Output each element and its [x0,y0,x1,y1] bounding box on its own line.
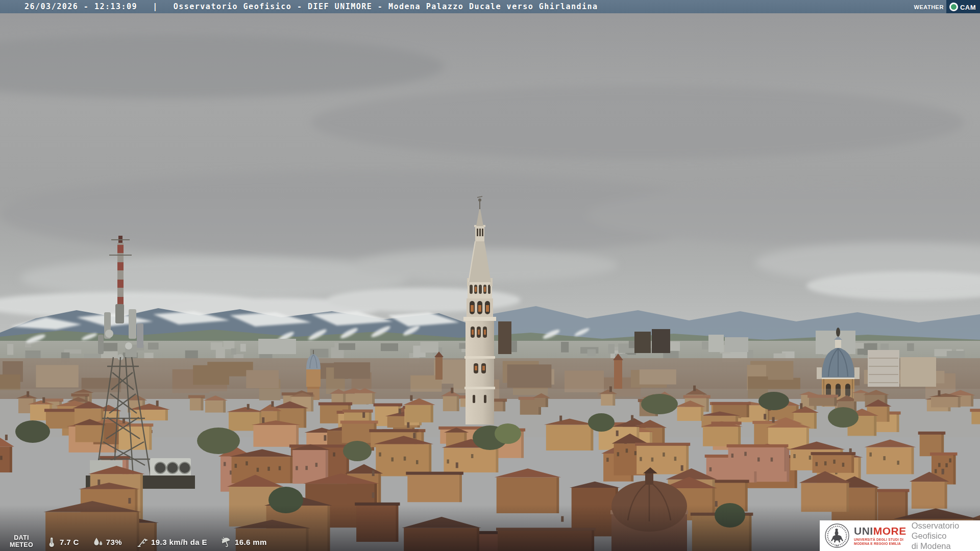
observatory-name-line1: Osservatorio Geofisico [912,520,980,541]
humidity-value: 73% [106,538,122,546]
temperature-reading: 7.7 C [46,536,79,547]
weathercam-dot-icon [949,3,958,11]
weathercam-logo: Weather Cam [914,0,980,13]
datetime-text: 26/03/2026 - 12:13:09 [24,2,137,11]
dati-label-line1: DATI [14,535,29,542]
dati-meteo-label: DATI METEO [8,535,35,549]
observatory-name-line2: di Modena [912,541,980,551]
unimore-more-text: MORE [873,525,906,537]
temperature-value: 7.7 C [60,538,79,546]
unimore-subtitle-line1: UNIVERSITÀ DEGLI STUDI DI [854,538,903,541]
rain-value: 16.6 mm [235,538,267,546]
unimore-seal-icon [824,522,850,549]
webcam-frame: 26/03/2026 - 12:13:09 | Osservatorio Geo… [0,0,980,551]
rain-reading: 16.6 mm [220,536,267,547]
humidity-reading: 73% [92,536,122,547]
unimore-wordmark: UNIMORE UNIVERSITÀ DEGLI STUDI DI MODENA… [854,525,906,546]
unimore-subtitle-line2: MODENA E REGGIO EMILIA [854,542,901,545]
wind-vane-icon [136,536,149,547]
webcam-title: Osservatorio Geofisico - DIEF UNIMORE - … [174,2,598,11]
separator-bar: | [153,2,158,11]
observatory-name: Osservatorio Geofisico di Modena [912,520,980,551]
webcam-header-bar: 26/03/2026 - 12:13:09 | Osservatorio Geo… [0,0,980,13]
thermometer-icon [46,536,57,547]
weathercam-cam-text: Cam [960,1,976,12]
city-panorama-photo [0,0,980,551]
dati-label-line2: METEO [10,542,33,549]
unimore-uni-text: UNI [854,525,873,537]
weathercam-weather-text: Weather [914,2,944,11]
wind-value: 19.3 km/h da E [151,538,207,546]
droplets-icon [92,536,104,547]
unimore-logo-box: UNIMORE UNIVERSITÀ DEGLI STUDI DI MODENA… [820,520,980,551]
weathercam-cam-box: Cam [946,0,980,13]
umbrella-icon [220,536,232,547]
wind-reading: 19.3 km/h da E [136,536,207,547]
